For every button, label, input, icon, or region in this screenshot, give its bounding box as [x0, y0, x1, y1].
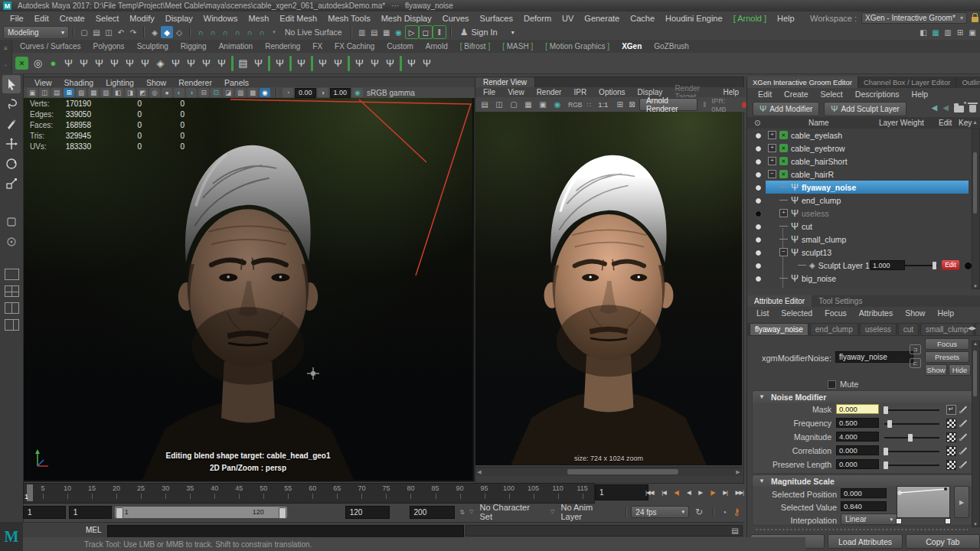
attribute-value-field[interactable]: 0.500 [836, 418, 879, 428]
snap-grid-icon[interactable]: ∩ [194, 26, 207, 38]
panel-resize-grip[interactable] [755, 528, 969, 532]
attribute-slider[interactable] [884, 437, 939, 439]
scroll-up-icon[interactable]: ▲ [972, 119, 978, 125]
add-sculpt-layer-button[interactable]: ΨAdd Sculpt Layer [824, 102, 906, 116]
sign-in-button[interactable]: ♟ Sign In ▾ [456, 27, 519, 37]
column-layer-weight[interactable]: Layer Weight [879, 119, 924, 127]
visibility-toggle[interactable] [755, 262, 762, 269]
texture-map-icon[interactable] [946, 419, 956, 429]
ipr-pause-icon[interactable]: ‖ [433, 25, 446, 39]
panel-menu-item[interactable]: Show [140, 78, 172, 87]
playback-end-field[interactable]: 120 [345, 506, 390, 519]
select-component-icon[interactable]: ◇ [173, 26, 185, 38]
snap-point-icon[interactable]: ∩ [219, 26, 231, 38]
groom-menu-item[interactable]: Descriptions [849, 90, 906, 99]
layout-four-pane-button[interactable] [5, 285, 19, 297]
node-name-field[interactable] [835, 351, 913, 363]
gate-mask-icon[interactable]: ◨ [125, 88, 136, 97]
snap-surface-icon[interactable]: ∩ [256, 26, 268, 38]
grid-icon[interactable]: ▦ [88, 88, 99, 97]
xgen-shelf-icon[interactable]: ◎ [31, 55, 45, 72]
rendered-image[interactable]: size: 724 x 1024 zoom [475, 112, 742, 465]
visibility-toggle[interactable] [755, 197, 762, 204]
column-name[interactable]: Name [808, 119, 829, 127]
xray-icon[interactable]: ▩ [247, 88, 258, 97]
groom-menu-item[interactable]: Create [778, 90, 815, 99]
visibility-toggle[interactable] [755, 236, 762, 243]
shelf-tab[interactable]: Rigging [175, 41, 213, 52]
anim-layer-dropdown[interactable]: No Anim Layer [554, 503, 622, 521]
shelf-group-bracket[interactable] [268, 56, 270, 71]
ramp-expand-button[interactable]: ▶ [954, 486, 969, 518]
menu-item[interactable]: UV [557, 14, 579, 23]
clear-image-icon[interactable]: ▢ [508, 99, 520, 111]
layout-outliner-pane-button[interactable] [5, 319, 19, 331]
ramp-widget[interactable] [897, 486, 950, 518]
expand-toggle[interactable]: + [768, 131, 776, 139]
tree-row[interactable]: ◈Sculpt Layer 1Edit [747, 259, 980, 272]
presets-button[interactable]: Presets [925, 351, 969, 363]
textured-icon[interactable]: ◐ [174, 88, 185, 97]
show-button[interactable]: Show [925, 364, 947, 376]
menu-item[interactable]: Mesh [243, 14, 274, 23]
dock-tab-groom-editor[interactable]: XGen Interactive Groom Editor [747, 77, 858, 88]
undo-icon[interactable]: ↶ [115, 26, 127, 38]
texture-map-icon[interactable] [946, 460, 956, 470]
xgen-shelf-icon[interactable]: Ψ [315, 55, 330, 72]
render-view-menu-item[interactable]: File [477, 88, 501, 96]
column-key[interactable]: Key [959, 119, 972, 127]
exposure-icon[interactable]: ◔ [283, 88, 293, 97]
fps-dropdown[interactable]: 24 fps▾ [631, 506, 689, 518]
wireframe-icon[interactable]: ◎ [149, 88, 160, 97]
tree-row[interactable]: +✕cable_eyebrow [747, 142, 980, 155]
mute-checkbox[interactable] [828, 380, 836, 389]
xgen-shelf-icon[interactable]: Ψ [331, 55, 345, 72]
texture-map-icon[interactable] [946, 446, 956, 456]
scroll-right-icon[interactable]: ▶ [734, 468, 742, 476]
attribute-value-field[interactable]: 0.000 [836, 459, 879, 469]
dock-tab-channel-box[interactable]: Channel Box / Layer Editor [858, 77, 957, 88]
workspace-lock-icon[interactable] [972, 17, 978, 22]
shelf-tab[interactable]: Polygons [87, 41, 130, 52]
shelf-tab[interactable]: Animation [213, 41, 259, 52]
shelf-tab[interactable]: FX [306, 41, 328, 52]
zoom-ratio-button[interactable]: 1:1 [593, 100, 612, 109]
workspace-dropdown[interactable]: XGen - Interactive Groom*▾ [861, 12, 967, 24]
shelf-tab[interactable]: Bifrost [454, 41, 496, 52]
menu-item[interactable]: Display [160, 14, 198, 23]
multisample-icon[interactable]: ▨ [235, 88, 246, 97]
menu-item[interactable]: File [5, 14, 29, 23]
menu-item[interactable]: Select [90, 14, 125, 23]
groom-menu-item[interactable]: Help [906, 90, 935, 99]
move-tool-icon[interactable] [2, 135, 21, 153]
image-plane-icon[interactable]: ▤ [51, 88, 62, 97]
focus-out-icon[interactable]: ⊏ [910, 358, 921, 368]
menu-item[interactable]: Curves [437, 14, 475, 23]
xgen-shelf-icon[interactable]: Ψ [61, 55, 76, 72]
snapshot-icon[interactable]: ▣ [537, 99, 549, 111]
tool-settings-toggle-icon[interactable]: ▥ [942, 26, 954, 38]
shelf-tab[interactable]: Curves / Surfaces [14, 41, 87, 52]
footer-button[interactable]: Copy Tab [906, 534, 980, 549]
layout-single-pane-button[interactable] [5, 269, 19, 280]
step-forward-frame-button[interactable]: ▶| [722, 487, 728, 497]
shelf-group-bracket[interactable] [348, 56, 350, 71]
column-edit[interactable]: Edit [939, 119, 952, 127]
menu-set-dropdown[interactable]: Modeling▾ [3, 26, 69, 39]
node-tab[interactable]: small_clump [920, 323, 974, 336]
scroll-left-icon[interactable]: ◀ [475, 468, 483, 476]
time-slider[interactable]: 1 51015202530354045505560657075808590951… [23, 483, 595, 504]
expression-pen-icon[interactable] [959, 446, 969, 455]
node-tab[interactable]: flyaway_noise [750, 323, 808, 336]
panel-menu-item[interactable]: View [28, 78, 58, 87]
range-start-handle[interactable] [116, 507, 123, 519]
attribute-value-field[interactable]: 0.000 [836, 445, 879, 455]
focus-button[interactable]: Focus [925, 338, 969, 350]
outliner-toggle-icon[interactable]: ▣ [966, 26, 978, 38]
expression-pen-icon[interactable] [959, 419, 969, 428]
scroll-down-icon[interactable]: ▼ [973, 522, 978, 527]
film-gate-icon[interactable]: ▥ [100, 88, 111, 97]
texture-map-icon[interactable] [946, 405, 956, 415]
select-hierarchy-icon[interactable]: ◈ [149, 26, 161, 38]
xgen-shelf-icon[interactable]: Ψ [383, 55, 397, 72]
